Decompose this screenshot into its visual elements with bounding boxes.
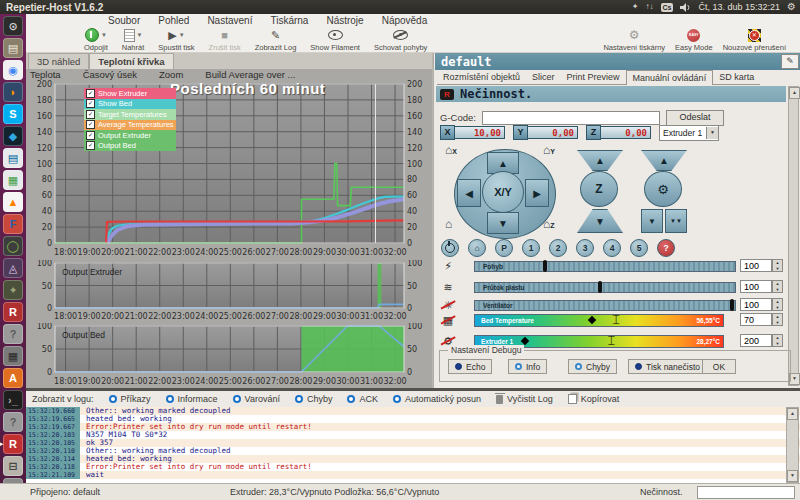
menu-n-pov-da[interactable]: Nápověda: [382, 15, 428, 26]
bed-temp-spinner[interactable]: ▲▼: [772, 313, 783, 326]
panel-tab-manu-ln-ovl-d-n-[interactable]: Manuální ovládání: [626, 70, 714, 85]
fan-slider[interactable]: Ventilátor: [474, 300, 736, 311]
launcher-app-green-ring[interactable]: ◯: [3, 236, 23, 256]
toolbar-emergency-stop-button[interactable]: ✕Nouzové přerušení: [723, 28, 786, 52]
speed-5-button[interactable]: 5: [630, 239, 648, 257]
bed-temp-marker-diamond[interactable]: [587, 316, 595, 324]
home-all-button[interactable]: ⌂: [445, 218, 452, 230]
legend-checkbox[interactable]: ✓: [86, 89, 95, 98]
launcher-app-unknown-1[interactable]: ?: [3, 324, 23, 344]
home-y-button[interactable]: ⌂Y: [543, 144, 555, 156]
park-button[interactable]: ⌂: [468, 239, 486, 257]
send-gcode-button[interactable]: Odeslat: [666, 110, 724, 126]
extruder-select[interactable]: Extruder 1 ▼: [659, 125, 719, 141]
launcher-libreoffice-writer[interactable]: ▤: [3, 148, 23, 168]
flowrate-slider[interactable]: Průtok plastu: [474, 282, 736, 293]
clock[interactable]: Čt, 13. dub 15:32:21: [698, 2, 780, 12]
launcher-chrome[interactable]: ◉: [3, 60, 23, 80]
toolbar-easy-mode-button[interactable]: EASYEasy Mode: [675, 28, 713, 52]
extruder-retract-button[interactable]: ▲: [641, 150, 687, 171]
feedrate-slider-thumb[interactable]: [543, 260, 547, 272]
preheat-button[interactable]: P: [495, 239, 513, 257]
legend-checkbox[interactable]: ✓: [86, 141, 95, 150]
log-filter-varov-n-[interactable]: Varování: [233, 394, 280, 404]
indicator-icon[interactable]: ✦: [632, 3, 639, 11]
z-down-button[interactable]: ▼: [577, 209, 623, 233]
session-gear-icon[interactable]: ⚙: [787, 2, 796, 12]
panel-tab-slicer[interactable]: Slicer: [526, 70, 561, 85]
extruder-temp-spinner[interactable]: ▲▼: [772, 334, 783, 347]
launcher-vlc[interactable]: ▲: [3, 192, 23, 212]
feedrate-slider[interactable]: Pohyb: [474, 261, 736, 272]
toolbar-hide-travel-button[interactable]: Schovat pohyby: [374, 28, 427, 52]
debug-tisk-nane-isto-button[interactable]: Tisk nanečisto: [628, 359, 707, 374]
volume-icon[interactable]: [680, 3, 691, 12]
menu-pohled[interactable]: Pohled: [158, 15, 189, 26]
launcher-calculator[interactable]: ▦: [3, 346, 23, 366]
legend-checkbox[interactable]: ✓: [86, 131, 95, 140]
menu-soubor[interactable]: Soubor: [108, 15, 140, 26]
edit-config-button[interactable]: ✎: [781, 54, 799, 69]
extruder-center-button[interactable]: ⚙: [644, 171, 682, 207]
launcher-kodi[interactable]: ◆: [3, 126, 23, 146]
launcher-libreoffice-calc[interactable]: ▦: [3, 170, 23, 190]
debug-info-button[interactable]: Info: [508, 359, 547, 374]
scroll-up-button[interactable]: ▲: [789, 87, 800, 99]
panel-tab-rozm-st-n-objekt-[interactable]: Rozmístění objektů: [437, 70, 526, 85]
extruder-temp-marker-diamond[interactable]: [520, 337, 528, 345]
launcher-app-unknown-2[interactable]: ?: [3, 412, 23, 432]
launcher-repetier-host-active[interactable]: R▶: [3, 434, 23, 454]
feedrate-spinner[interactable]: ▲▼: [772, 259, 783, 272]
log-filter-automatick-posun[interactable]: Automatický posun: [393, 394, 481, 404]
legend-checkbox[interactable]: ✓: [86, 99, 95, 108]
extrude-slow-button[interactable]: ▼: [641, 209, 663, 233]
speed-2-button[interactable]: 2: [549, 239, 567, 257]
log-filter-ack[interactable]: ACK: [347, 394, 378, 404]
launcher-firefox[interactable]: ◗: [3, 82, 23, 102]
speed-3-button[interactable]: 3: [576, 239, 594, 257]
x-minus-button[interactable]: ◀: [457, 179, 481, 207]
debug-echo-button[interactable]: Echo: [448, 359, 492, 374]
menu-tisk-rna[interactable]: Tiskárna: [270, 15, 308, 26]
launcher-app-orange-a[interactable]: A: [3, 368, 23, 388]
dropdown-caret-icon[interactable]: ▼: [179, 32, 185, 38]
debug-chyby-button[interactable]: Chyby: [568, 359, 617, 374]
bed-temp-slider[interactable]: Bed Temperature56,55°C⌶: [474, 314, 724, 327]
log-filter-p-kazy[interactable]: Příkazy: [109, 394, 151, 404]
toolbar-start-print-button[interactable]: ▶▼Spustit tisk: [158, 28, 194, 52]
home-x-button[interactable]: ⌂X: [445, 144, 457, 156]
fan-value-input[interactable]: 100: [740, 298, 772, 311]
fan-spinner[interactable]: ▲▼: [772, 298, 783, 311]
toolbar-show-filament-button[interactable]: Show Filament: [310, 28, 360, 52]
y-minus-button[interactable]: ▼: [487, 212, 519, 234]
flowrate-slider-thumb[interactable]: [598, 281, 602, 293]
ok-button[interactable]: OK: [702, 359, 736, 374]
log-scroll-up-button[interactable]: ▲: [787, 408, 798, 420]
launcher-skype[interactable]: S: [3, 104, 23, 124]
extruder-temp-marker-target[interactable]: ⌶: [607, 333, 615, 349]
network-icon[interactable]: ↑↓: [646, 3, 654, 11]
tab-teplotn-k-ivka[interactable]: Teplotní křivka: [89, 53, 173, 69]
fan-slider-thumb[interactable]: [730, 299, 734, 311]
flow-icon[interactable]: ≋: [440, 280, 456, 294]
chevron-down-icon[interactable]: ▼: [706, 127, 718, 139]
log-scrollbar[interactable]: ▲ ▼: [786, 407, 799, 483]
menu-n-stroje[interactable]: Nástroje: [326, 15, 363, 26]
toolbar-disconnect-button[interactable]: ▼Odpojit: [84, 28, 108, 52]
help-button[interactable]: ?: [657, 239, 675, 257]
flowrate-value-input[interactable]: 100: [740, 280, 772, 293]
runner-icon[interactable]: ⚡: [440, 259, 456, 273]
motors-off-button[interactable]: [441, 239, 459, 257]
launcher-ubuntu-dash[interactable]: ⊙: [3, 16, 23, 36]
x-plus-button[interactable]: ▶: [525, 179, 549, 207]
fan-icon[interactable]: ✳: [440, 298, 456, 312]
flowrate-spinner[interactable]: ▲▼: [772, 280, 783, 293]
toolbar-printer-settings-button[interactable]: ⚙Nastavení tiskárny: [603, 28, 665, 52]
bed-temp-value-input[interactable]: 70: [740, 313, 772, 326]
dropdown-caret-icon[interactable]: ▼: [137, 32, 143, 38]
xy-center-button[interactable]: X/Y: [482, 171, 524, 213]
launcher-draw-tool[interactable]: ◬: [3, 258, 23, 278]
dropdown-caret-icon[interactable]: ▼: [101, 32, 107, 38]
extruder-temp-value-input[interactable]: 200: [740, 334, 772, 347]
clear-log-button[interactable]: Vyčistit Log: [496, 394, 553, 404]
